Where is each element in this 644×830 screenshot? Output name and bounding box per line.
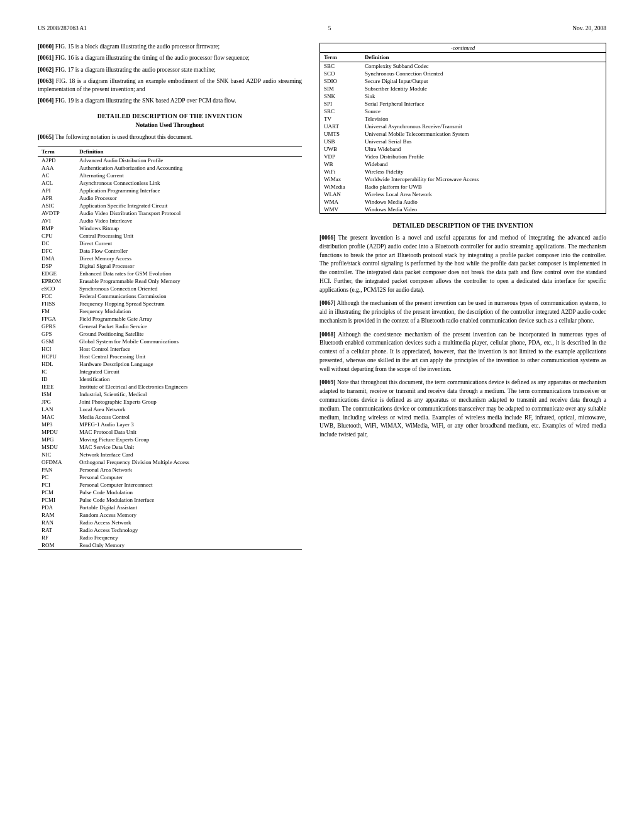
definition-cell: Industrial, Scientific, Medical [75, 390, 302, 398]
table-row: MP3MPEG-1 Audio Layer 3 [38, 421, 302, 428]
definition-cell: Windows Bitmap [75, 224, 302, 232]
term-cell: PCM [38, 489, 75, 496]
term-cell: AAA [38, 164, 75, 172]
page: US 2008/287063 A1 5 Nov. 20, 2008 [0060]… [0, 0, 644, 830]
right-paragraph: [0067] Although the mechanism of the pre… [319, 299, 606, 325]
right-paragraph: [0066] The present invention is a novel … [319, 234, 606, 294]
definition-cell: Serial Peripheral Interface [361, 100, 606, 108]
paragraph-ref: [0061] [38, 55, 53, 61]
intro-paragraphs: [0060] FIG. 15 is a block diagram illust… [38, 43, 302, 106]
definition-cell: Moving Picture Experts Group [75, 436, 302, 443]
definition-cell: Application Programming Interface [75, 187, 302, 194]
term-cell: CPU [38, 232, 75, 240]
definition-cell: Direct Memory Access [75, 255, 302, 262]
paragraph-ref: [0068] [319, 331, 335, 338]
abbreviation-table: Term Definition A2PDAdvanced Audio Distr… [38, 147, 302, 550]
term-cell: USB [320, 138, 361, 145]
table-row: HDLHardware Description Language [38, 360, 302, 368]
table-row: AAAAuthentication Authorization and Acco… [38, 164, 302, 172]
table-row: PCMIPulse Code Modulation Interface [38, 496, 302, 504]
definition-cell: Orthogonal Frequency Division Multiple A… [75, 458, 302, 466]
term-cell: MPG [38, 436, 75, 443]
table-row: HCPUHost Central Processing Unit [38, 353, 302, 360]
continued-header-term: Term [320, 53, 361, 62]
term-cell: DSP [38, 262, 75, 270]
term-cell: HCI [38, 345, 75, 353]
left-column: [0060] FIG. 15 is a block diagram illust… [38, 43, 302, 550]
right-paragraph: [0069] Note that throughout this documen… [319, 379, 606, 439]
intro-paragraph: [0064] FIG. 19 is a diagram illustrating… [38, 97, 302, 105]
term-cell: ACL [38, 179, 75, 187]
table-header-definition: Definition [75, 147, 302, 157]
table-row: ACLAsynchronous Connectionless Link [38, 179, 302, 187]
term-cell: VDP [320, 153, 361, 160]
table-row: GPSGround Positioning Satellite [38, 330, 302, 338]
main-content: [0060] FIG. 15 is a block diagram illust… [38, 43, 606, 550]
definition-cell: Asynchronous Connectionless Link [75, 179, 302, 187]
table-row: AVIAudio Video Interleave [38, 217, 302, 224]
definition-cell: Source [361, 108, 606, 115]
intro-paragraph: [0063] FIG. 18 is a diagram illustrating… [38, 77, 302, 94]
term-cell: FPGA [38, 315, 75, 323]
table-row: FPGAField Programmable Gate Array [38, 315, 302, 323]
definition-cell: Central Processing Unit [75, 232, 302, 240]
continued-table: Term Definition SBCComplexity Subband Co… [320, 53, 606, 213]
table-row: WiMaxWorldwide Interoperability for Micr… [320, 175, 606, 183]
definition-cell: Field Programmable Gate Array [75, 315, 302, 323]
term-cell: SIM [320, 85, 361, 92]
definition-cell: Synchronous Connection Oriented [75, 285, 302, 292]
table-row: SNKSink [320, 92, 606, 100]
definition-cell: Frequency Hopping Spread Spectrum [75, 300, 302, 307]
term-cell: ASIC [38, 202, 75, 209]
definition-cell: Radio Frequency [75, 534, 302, 541]
table-row: FMFrequency Modulation [38, 307, 302, 315]
term-cell: HCPU [38, 353, 75, 360]
term-cell: LAN [38, 406, 75, 413]
notation-text: The following notation is used throughou… [55, 134, 192, 140]
table-row: DMADirect Memory Access [38, 255, 302, 262]
definition-cell: Read Only Memory [75, 541, 302, 550]
table-row: DCDirect Current [38, 240, 302, 247]
definition-cell: Audio Video Distribution Transport Proto… [75, 209, 302, 217]
term-cell: SNK [320, 92, 361, 100]
definition-cell: Global System for Mobile Communications [75, 338, 302, 345]
definition-cell: MAC Service Data Unit [75, 443, 302, 451]
definition-cell: Pulse Code Modulation [75, 489, 302, 496]
definition-cell: General Packet Radio Service [75, 323, 302, 330]
term-cell: API [38, 187, 75, 194]
term-cell: SPI [320, 100, 361, 108]
definition-cell: Audio Video Interleave [75, 217, 302, 224]
paragraph-ref: [0063] [38, 78, 53, 84]
table-row: JPGJoint Photographic Experts Group [38, 398, 302, 406]
definition-cell: Audio Processor [75, 194, 302, 202]
table-row: DSPDigital Signal Processor [38, 262, 302, 270]
paragraph-ref: [0064] [38, 97, 53, 104]
term-cell: WLAN [320, 191, 361, 198]
term-cell: APR [38, 194, 75, 202]
term-cell: MAC [38, 413, 75, 421]
definition-cell: Network Interface Card [75, 451, 302, 458]
table-row: VDPVideo Distribution Profile [320, 153, 606, 160]
table-row: PCMPulse Code Modulation [38, 489, 302, 496]
table-row: SRCSource [320, 108, 606, 115]
header-center: 5 [328, 25, 331, 31]
term-cell: SCO [320, 70, 361, 77]
definition-cell: Frequency Modulation [75, 307, 302, 315]
right-paragraph: [0068] Although the coexistence mechanis… [319, 331, 606, 374]
table-row: ISMIndustrial, Scientific, Medical [38, 390, 302, 398]
term-cell: ID [38, 375, 75, 383]
definition-cell: Video Distribution Profile [361, 153, 606, 160]
definition-cell: Radio Access Network [75, 519, 302, 526]
term-cell: MSDU [38, 443, 75, 451]
table-row: PDAPortable Digital Assistant [38, 504, 302, 511]
table-row: BMPWindows Bitmap [38, 224, 302, 232]
table-row: SDIOSecure Digital Input/Output [320, 77, 606, 85]
table-row: RANRadio Access Network [38, 519, 302, 526]
term-cell: AVDTP [38, 209, 75, 217]
table-row: IDIdentification [38, 375, 302, 383]
paragraph-ref: [0066] [319, 235, 335, 241]
term-cell: WMV [320, 206, 361, 213]
table-row: eSCOSynchronous Connection Oriented [38, 285, 302, 292]
definition-cell: Personal Computer Interconnect [75, 481, 302, 489]
header-right: Nov. 20, 2008 [572, 25, 606, 31]
